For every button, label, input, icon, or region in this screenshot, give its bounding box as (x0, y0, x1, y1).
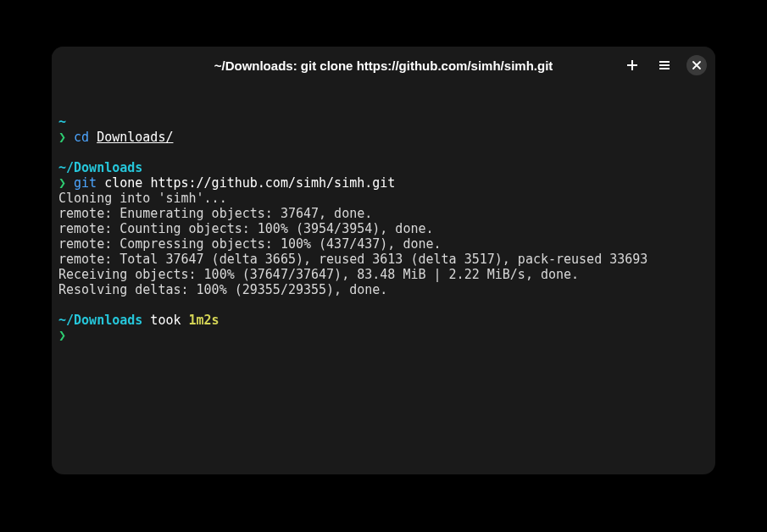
terminal-line (58, 145, 709, 160)
menu-button[interactable] (654, 55, 675, 75)
cmd-arg: Downloads/ (97, 130, 173, 145)
output-line: Resolving deltas: 100% (29355/29355), do… (58, 282, 709, 297)
titlebar: ~/Downloads: git clone https://github.co… (52, 47, 715, 84)
output-line: remote: Total 37647 (delta 3665), reused… (58, 252, 709, 267)
close-button[interactable] (686, 55, 707, 75)
path-text: ~/Downloads (58, 313, 142, 328)
path-text: ~ (58, 114, 66, 130)
took-label: took (142, 313, 188, 328)
output-line: Cloning into 'simh'... (58, 191, 709, 206)
terminal-line (58, 84, 709, 99)
command-line: ❯ git clone https://github.com/simh/simh… (58, 175, 709, 191)
close-icon (692, 60, 702, 70)
command-line: ❯ (58, 328, 709, 343)
window-title: ~/Downloads: git clone https://github.co… (214, 58, 553, 73)
terminal-line (58, 297, 709, 313)
output-line: remote: Counting objects: 100% (3954/395… (58, 221, 709, 236)
prompt-path: ~/Downloads took 1m2s (58, 313, 709, 328)
output-line: remote: Compressing objects: 100% (437/4… (58, 236, 709, 252)
prompt-char: ❯ (58, 130, 66, 145)
titlebar-controls (622, 55, 707, 75)
prompt-path: ~/Downloads (58, 160, 709, 175)
output-line: remote: Enumerating objects: 37647, done… (58, 206, 709, 221)
path-text: ~/Downloads (58, 160, 142, 175)
terminal-body[interactable]: ~ ❯ cd Downloads/ ~/Downloads ❯ git clon… (52, 84, 715, 474)
prompt-char: ❯ (58, 328, 66, 343)
hamburger-icon (658, 58, 671, 72)
cmd-git: git (74, 175, 97, 191)
prompt-char: ❯ (58, 175, 66, 191)
cmd-sub: clone (104, 175, 142, 191)
duration-text: 1m2s (189, 313, 220, 328)
cmd-url: https://github.com/simh/simh.git (150, 175, 395, 191)
plus-icon (625, 58, 639, 72)
cmd-cd: cd (74, 130, 89, 145)
new-tab-button[interactable] (622, 55, 642, 75)
command-line: ❯ cd Downloads/ (58, 130, 709, 145)
terminal-window: ~/Downloads: git clone https://github.co… (52, 47, 715, 474)
terminal-line (58, 99, 709, 114)
output-line: Receiving objects: 100% (37647/37647), 8… (58, 267, 709, 282)
prompt-path: ~ (58, 114, 709, 130)
